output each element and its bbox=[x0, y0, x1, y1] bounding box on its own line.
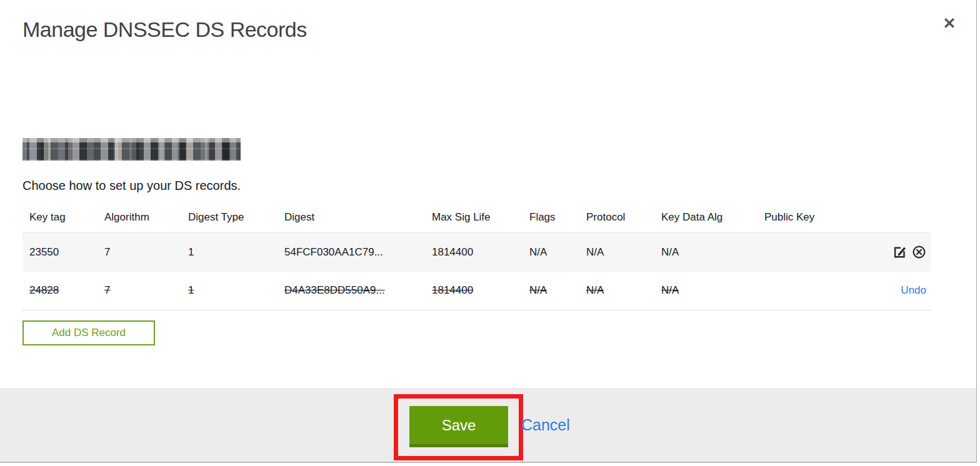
table-row: 23550 7 1 54FCF030AA1C79... 1814400 N/A … bbox=[22, 233, 931, 272]
add-ds-record-button[interactable]: Add DS Record bbox=[22, 320, 155, 345]
col-flags: Flags bbox=[522, 205, 579, 233]
cell-key-tag: 24828 bbox=[29, 284, 59, 296]
col-max-sig-life: Max Sig Life bbox=[425, 205, 522, 233]
cell-protocol: N/A bbox=[586, 246, 604, 258]
delete-record-icon[interactable] bbox=[912, 245, 926, 259]
cell-flags: N/A bbox=[529, 284, 547, 296]
col-protocol: Protocol bbox=[579, 205, 654, 233]
cell-flags: N/A bbox=[529, 246, 547, 258]
edit-record-icon[interactable] bbox=[892, 245, 907, 259]
cell-algorithm: 7 bbox=[104, 246, 110, 258]
save-button[interactable]: Save bbox=[409, 406, 508, 447]
dialog-footer: Save Cancel bbox=[0, 388, 977, 463]
red-annotation-highlight: Save bbox=[394, 394, 523, 460]
col-algorithm: Algorithm bbox=[98, 205, 181, 233]
page-title: Manage DNSSEC DS Records bbox=[22, 17, 307, 42]
redacted-domain-name bbox=[22, 138, 241, 161]
col-public-key: Public Key bbox=[758, 205, 885, 233]
cancel-link[interactable]: Cancel bbox=[521, 416, 570, 434]
cell-max-sig-life: 1814400 bbox=[432, 284, 473, 296]
cell-key-data-alg: N/A bbox=[661, 284, 679, 296]
manage-dnssec-dialog: Manage DNSSEC DS Records ✕ Choose how to… bbox=[0, 0, 977, 463]
col-key-data-alg: Key Data Alg bbox=[654, 205, 758, 233]
col-actions bbox=[885, 205, 931, 233]
close-icon[interactable]: ✕ bbox=[939, 12, 960, 34]
cell-digest-type: 1 bbox=[188, 284, 194, 296]
cell-digest: 54FCF030AA1C79... bbox=[284, 246, 383, 258]
cell-key-tag: 23550 bbox=[29, 246, 59, 258]
col-key-tag: Key tag bbox=[22, 205, 98, 233]
undo-link[interactable]: Undo bbox=[901, 284, 926, 296]
cell-digest: D4A33E8DD550A9... bbox=[284, 284, 385, 296]
table-header-row: Key tag Algorithm Digest Type Digest Max… bbox=[22, 205, 931, 233]
instruction-text: Choose how to set up your DS records. bbox=[22, 179, 241, 193]
cell-max-sig-life: 1814400 bbox=[432, 246, 473, 258]
cell-digest-type: 1 bbox=[188, 246, 194, 258]
col-digest: Digest bbox=[278, 205, 425, 233]
cell-algorithm: 7 bbox=[104, 284, 110, 296]
ds-records-table: Key tag Algorithm Digest Type Digest Max… bbox=[22, 205, 931, 310]
cell-protocol: N/A bbox=[586, 284, 604, 296]
cell-key-data-alg: N/A bbox=[661, 246, 679, 258]
col-digest-type: Digest Type bbox=[181, 205, 278, 233]
table-row-deleted: 24828 7 1 D4A33E8DD550A9... 1814400 N/A … bbox=[22, 272, 931, 310]
